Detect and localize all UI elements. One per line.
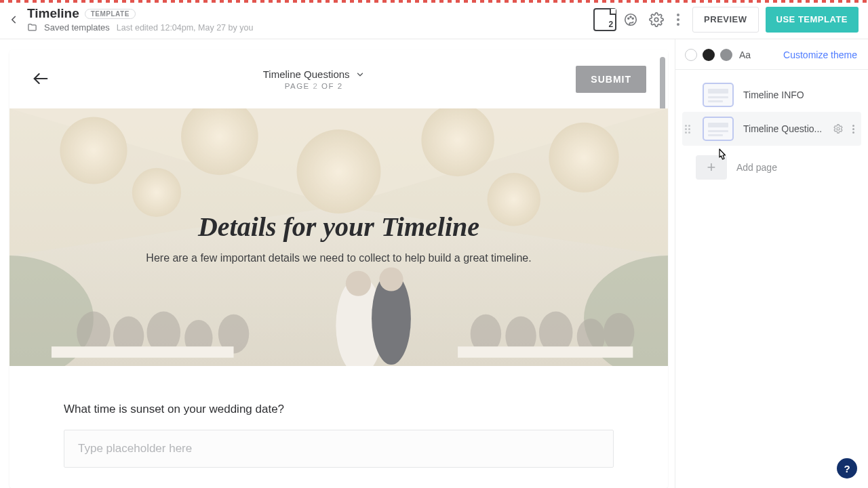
form-canvas: Timeline Questions PAGE 2 OF 2 SUBMIT xyxy=(9,50,668,488)
theme-palette-button[interactable] xyxy=(618,7,644,33)
customize-theme-link[interactable]: Customize theme xyxy=(783,49,857,60)
gear-icon[interactable] xyxy=(833,123,844,134)
question-label[interactable]: What time is sunset on your wedding date… xyxy=(64,403,614,416)
chevron-down-icon xyxy=(355,70,365,79)
back-button[interactable] xyxy=(4,10,23,29)
theme-row: Aa Customize theme xyxy=(675,49,868,70)
page-prefix: PAGE xyxy=(285,82,313,90)
submit-button[interactable]: SUBMIT xyxy=(576,66,646,93)
page-item-actions xyxy=(833,123,857,134)
canvas-header: Timeline Questions PAGE 2 OF 2 SUBMIT xyxy=(9,50,668,108)
page-item-timeline-info[interactable]: Timeline INFO xyxy=(682,78,861,112)
top-dashed-border xyxy=(0,0,868,3)
section-dropdown[interactable]: Timeline Questions xyxy=(263,68,365,80)
svg-point-3 xyxy=(632,18,633,19)
arrow-left-icon xyxy=(31,69,50,88)
plus-icon: + xyxy=(696,155,727,180)
hero-overlay: Details for your Timeline Here are a few… xyxy=(9,108,668,366)
page-title: Timeline xyxy=(27,6,79,21)
theme-swatch-black[interactable] xyxy=(703,49,715,61)
svg-point-1 xyxy=(628,18,629,19)
use-template-label: USE TEMPLATE xyxy=(776,14,848,24)
svg-point-2 xyxy=(630,16,631,17)
pages-list: Timeline INFO Timeline Questio... + Add … xyxy=(675,70,868,180)
canvas-title-block: Timeline Questions PAGE 2 OF 2 xyxy=(52,68,576,90)
chevron-left-icon xyxy=(7,14,20,26)
page-count-number: 2 xyxy=(608,20,613,29)
right-sidebar: Aa Customize theme Timeline INFO Timelin… xyxy=(675,39,868,488)
page-item-timeline-questions[interactable]: Timeline Questio... xyxy=(682,112,861,146)
use-template-button[interactable]: USE TEMPLATE xyxy=(766,7,859,33)
question-input[interactable] xyxy=(64,430,614,468)
drag-handle-icon[interactable] xyxy=(685,125,693,134)
page-label: Timeline INFO xyxy=(743,89,823,100)
theme-swatch-gray[interactable] xyxy=(720,49,732,61)
help-button[interactable]: ? xyxy=(837,458,857,479)
page-count-box: 2 xyxy=(593,8,616,31)
saved-location[interactable]: Saved templates xyxy=(44,22,110,33)
svg-point-4 xyxy=(654,18,658,22)
settings-button[interactable] xyxy=(644,7,669,33)
palette-icon xyxy=(623,12,638,27)
dots-vertical-icon xyxy=(670,14,686,26)
theme-swatch-white[interactable] xyxy=(685,49,697,61)
folder-icon xyxy=(27,22,37,33)
title-block: Timeline TEMPLATE Saved templates Last e… xyxy=(27,6,253,33)
submit-label: SUBMIT xyxy=(591,74,631,85)
hero-subtitle[interactable]: Here are a few important details we need… xyxy=(146,252,531,264)
template-chip: TEMPLATE xyxy=(85,9,136,19)
app-header: Timeline TEMPLATE Saved templates Last e… xyxy=(0,0,868,39)
gear-icon xyxy=(649,12,664,27)
add-page-button[interactable]: + Add page xyxy=(682,150,861,180)
preview-button[interactable]: PREVIEW xyxy=(692,7,758,33)
more-menu-button[interactable] xyxy=(669,7,687,33)
help-label: ? xyxy=(844,463,850,474)
canvas-back-button[interactable] xyxy=(31,69,52,89)
section-title: Timeline Questions xyxy=(263,68,350,80)
form-area: What time is sunset on your wedding date… xyxy=(9,366,668,468)
svg-point-36 xyxy=(837,127,840,130)
page-thumbnail xyxy=(703,117,734,141)
add-page-label: Add page xyxy=(736,162,777,173)
page-label: Timeline Questio... xyxy=(743,123,823,134)
hero-title[interactable]: Details for your Timeline xyxy=(198,211,479,243)
dots-vertical-icon[interactable] xyxy=(849,125,857,134)
last-edited-text: Last edited 12:04pm, May 27 by you xyxy=(117,23,254,33)
page-suffix: OF 2 xyxy=(318,82,342,90)
hero-section[interactable]: Details for your Timeline Here are a few… xyxy=(9,108,668,366)
page-indicator: PAGE 2 OF 2 xyxy=(285,82,343,90)
font-sample-icon[interactable]: Aa xyxy=(739,49,751,60)
pages-count-button[interactable]: 2 xyxy=(592,7,618,33)
page-thumbnail xyxy=(703,83,734,107)
canvas-wrap: Timeline Questions PAGE 2 OF 2 SUBMIT xyxy=(0,39,675,488)
main-area: Timeline Questions PAGE 2 OF 2 SUBMIT xyxy=(0,39,868,488)
preview-label: PREVIEW xyxy=(704,14,747,24)
